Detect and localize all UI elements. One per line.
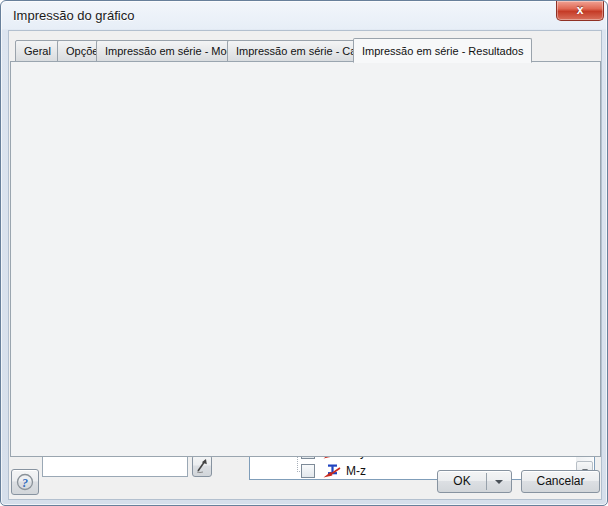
dialog-window: Impressão do gráfico x GeralOpçõesImpres… — [0, 0, 608, 506]
pick-surface-button[interactable] — [192, 455, 212, 477]
ok-dropdown-button[interactable] — [487, 471, 511, 492]
tree-item-label: M-z — [346, 462, 366, 478]
tab-impress-o-em-s-rie-resultados[interactable]: Impressão em série - Resultados — [353, 38, 532, 63]
help-question-icon: ? — [12, 470, 38, 494]
superficie-number-input[interactable] — [42, 455, 188, 477]
cancel-button[interactable]: Cancelar — [521, 470, 600, 493]
pick-arrow-icon — [193, 456, 211, 476]
tab-geral[interactable]: Geral — [15, 40, 60, 62]
chevron-down-icon — [495, 480, 503, 484]
tree-item-checkbox[interactable] — [301, 464, 315, 478]
ok-split-button: OK — [437, 470, 512, 493]
ok-button[interactable]: OK — [438, 471, 486, 492]
window-title: Impressão do gráfico — [13, 1, 134, 30]
svg-text:?: ? — [22, 476, 28, 490]
help-button[interactable]: ? — [11, 469, 39, 495]
close-icon: x — [577, 3, 584, 17]
tab-page — [10, 61, 601, 457]
close-button[interactable]: x — [556, 1, 604, 21]
member-icon — [322, 464, 342, 478]
dialog-client-area: GeralOpçõesImpressão em série - ModeloIm… — [8, 30, 602, 500]
